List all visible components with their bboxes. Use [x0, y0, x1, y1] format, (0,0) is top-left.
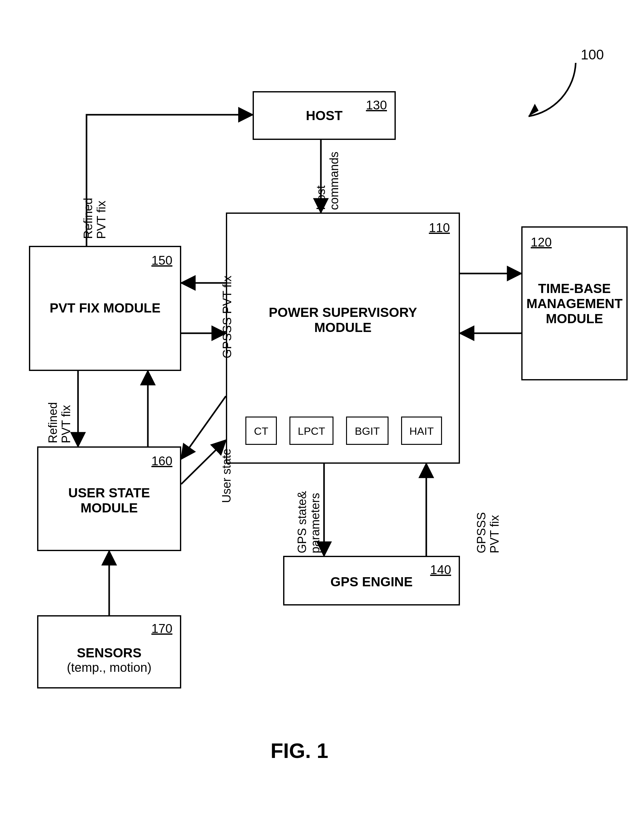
arrow-label-refined-to-host: Refined PVT fix: [82, 198, 108, 239]
figure-caption: FIG. 1: [271, 739, 328, 763]
arrow-label-refined-to-userstate: Refined PVT fix: [47, 402, 73, 443]
diagram-canvas: 130 HOST 110 POWER SUPERVISORY MODULE CT…: [0, 0, 638, 840]
arrow-label-psm-to-pvtfix: GPSSS PVT fix: [221, 276, 234, 358]
svg-line-8: [181, 440, 226, 484]
connectors: [0, 0, 638, 840]
arrow-label-userstate: User state: [220, 448, 233, 503]
arrow-label-gps-to-psm: GPSSS PVT fix: [475, 512, 502, 553]
svg-line-9: [181, 396, 226, 459]
arrow-label-host-commands: Host commands: [315, 152, 341, 210]
system-ref-leader: [529, 63, 576, 116]
system-ref: 100: [581, 47, 604, 62]
arrow-label-gps-state: GPS state& parameters: [296, 491, 322, 553]
